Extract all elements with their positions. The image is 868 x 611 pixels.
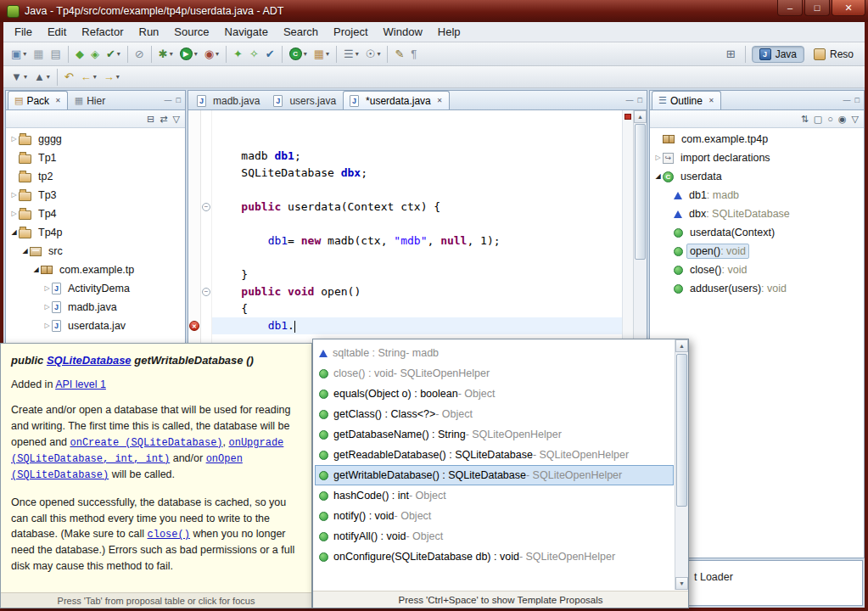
- outline-item[interactable]: adduser(users) : void: [650, 279, 864, 298]
- menu-run[interactable]: Run: [132, 22, 167, 42]
- perspective-java-button[interactable]: J Java: [752, 46, 804, 63]
- skip-breakpoints-button[interactable]: ⊘: [132, 45, 147, 64]
- project-tree-item[interactable]: ▷gggg: [6, 130, 185, 149]
- minimize-view-icon[interactable]: —: [165, 96, 172, 104]
- close-tab-icon[interactable]: ✕: [437, 97, 443, 104]
- completion-scrollbar[interactable]: ▲ ▼: [675, 339, 688, 590]
- maximize-view-icon[interactable]: □: [638, 96, 642, 104]
- maximize-view-icon[interactable]: □: [855, 96, 860, 104]
- scrollbar-thumb[interactable]: [676, 354, 687, 507]
- completion-item[interactable]: onConfigure(SQLiteDatabase db) : void - …: [315, 547, 674, 567]
- code-line[interactable]: public void open(): [212, 283, 622, 300]
- completion-item[interactable]: notifyAll() : void - Object: [315, 526, 674, 547]
- menu-refactor[interactable]: Refactor: [74, 22, 131, 42]
- code-line[interactable]: SQLiteDatabase dbx;: [212, 165, 622, 182]
- forward-button[interactable]: →▾: [101, 68, 122, 87]
- project-tree-item[interactable]: ▷Tp3: [6, 186, 185, 205]
- show-whitespace-button[interactable]: ¶: [408, 45, 419, 64]
- save-button[interactable]: ▦: [31, 45, 46, 64]
- code-line[interactable]: madb db1;: [212, 148, 622, 165]
- outline-item[interactable]: ▷↪import declarations: [650, 149, 864, 167]
- menu-window[interactable]: Window: [376, 22, 430, 42]
- maximize-button[interactable]: □: [804, 0, 830, 16]
- expanded-arrow-icon[interactable]: ◢: [653, 173, 663, 180]
- code-line[interactable]: }: [212, 266, 622, 283]
- code-line[interactable]: [212, 182, 622, 199]
- outline-item[interactable]: dbx : SQLiteDatabase: [650, 205, 864, 223]
- project-tree-item[interactable]: ▷Juserdata.jav: [6, 317, 185, 335]
- hide-non-public-icon[interactable]: ◉: [838, 115, 847, 124]
- expanded-arrow-icon[interactable]: ◢: [31, 266, 41, 273]
- tab-outline[interactable]: ☰ Outline ✕: [652, 91, 721, 109]
- mark-occurrences-button[interactable]: ✎: [392, 45, 406, 64]
- collapsed-arrow-icon[interactable]: ▷: [9, 136, 19, 143]
- lint-button[interactable]: ✔: [263, 45, 277, 64]
- outline-item[interactable]: ◢Cuserdata: [650, 167, 864, 186]
- completion-item[interactable]: getReadableDatabase() : SQLiteDatabase -…: [315, 445, 674, 465]
- scroll-up-icon[interactable]: ▲: [675, 339, 688, 352]
- error-overview-marker[interactable]: [624, 114, 631, 120]
- back-button[interactable]: ←▾: [78, 68, 99, 87]
- minimize-button[interactable]: –: [777, 0, 803, 16]
- new-button[interactable]: ▣▾: [8, 45, 29, 64]
- completion-item[interactable]: getWritableDatabase() : SQLiteDatabase -…: [315, 465, 674, 485]
- code-line[interactable]: public userdata(Context ctx) {: [212, 199, 622, 216]
- perspective-resource-button[interactable]: Reso: [807, 47, 860, 62]
- menu-navigate[interactable]: Navigate: [217, 22, 276, 42]
- search-button[interactable]: ☉▾: [363, 45, 384, 64]
- completion-item[interactable]: equals(Object o) : boolean - Object: [315, 384, 674, 404]
- scrollbar-thumb[interactable]: [635, 124, 646, 260]
- project-tree-item[interactable]: ▷Tp4: [6, 205, 185, 223]
- menu-search[interactable]: Search: [276, 22, 326, 42]
- collapse-all-icon[interactable]: ⊟: [147, 115, 154, 124]
- new-java-class-button[interactable]: C▾: [287, 45, 310, 64]
- view-menu-icon[interactable]: ▽: [852, 115, 859, 124]
- next-annotation-button[interactable]: ▼▾: [8, 68, 30, 87]
- open-task-button[interactable]: ☰▾: [341, 45, 361, 64]
- collapsed-arrow-icon[interactable]: ▷: [42, 322, 52, 329]
- last-edit-location-button[interactable]: ↶: [62, 68, 76, 87]
- previous-annotation-button[interactable]: ▲▾: [31, 68, 53, 87]
- menu-file[interactable]: File: [7, 22, 40, 42]
- collapsed-arrow-icon[interactable]: ▷: [9, 210, 19, 217]
- minimize-view-icon[interactable]: —: [626, 96, 634, 104]
- link-with-editor-icon[interactable]: ⇄: [160, 115, 167, 124]
- expanded-arrow-icon[interactable]: ◢: [9, 229, 19, 236]
- menu-help[interactable]: Help: [430, 22, 468, 42]
- open-perspective-button[interactable]: ⊞: [724, 45, 738, 64]
- javadoc-link[interactable]: API level 1: [55, 378, 106, 390]
- completion-item[interactable]: close() : void - SQLiteOpenHelper: [315, 363, 674, 384]
- code-line[interactable]: db1= new madb(ctx, "mdb", null, 1);: [212, 233, 622, 249]
- project-tree-item[interactable]: ▷JActivityDema: [6, 279, 185, 298]
- outline-item[interactable]: open() : void: [650, 242, 864, 261]
- menu-project[interactable]: Project: [326, 22, 375, 42]
- outline-item[interactable]: com.example.tp4p: [650, 130, 864, 149]
- javadoc-link[interactable]: close(): [148, 529, 190, 541]
- hide-static-members-icon[interactable]: ○: [827, 115, 833, 124]
- project-tree-item[interactable]: Tp1: [6, 149, 185, 167]
- outline-item[interactable]: close() : void: [650, 261, 864, 279]
- maximize-view-icon[interactable]: □: [176, 96, 181, 104]
- collapsed-arrow-icon[interactable]: ▷: [42, 285, 52, 292]
- print-button[interactable]: ▤: [48, 45, 64, 64]
- code-line[interactable]: {: [212, 300, 622, 317]
- close-button[interactable]: ✕: [832, 0, 865, 16]
- new-java-package-button[interactable]: ▦▾: [311, 45, 332, 64]
- editor-tab-usersjava[interactable]: Jusers.java: [266, 91, 343, 109]
- scroll-up-icon[interactable]: ▲: [634, 110, 647, 123]
- menu-edit[interactable]: Edit: [40, 22, 74, 42]
- view-menu-icon[interactable]: ▽: [173, 115, 180, 124]
- project-tree-item[interactable]: ◢src: [6, 242, 185, 261]
- run-button[interactable]: ▶▾: [177, 45, 200, 64]
- expanded-arrow-icon[interactable]: ◢: [20, 248, 30, 255]
- close-view-icon[interactable]: ✕: [708, 97, 714, 104]
- project-tree-item[interactable]: ▷Jmadb.java: [6, 298, 185, 317]
- new-android-test-project-button[interactable]: ◈: [88, 45, 102, 64]
- android-sdk-manager-button[interactable]: ✦: [231, 45, 245, 64]
- outline-item[interactable]: userdata(Context): [650, 223, 864, 242]
- javadoc-link[interactable]: onCreate (SQLiteDatabase): [70, 437, 223, 449]
- code-line[interactable]: [212, 131, 622, 148]
- tab-type-hierarchy[interactable]: ▦ Hier: [68, 91, 112, 109]
- collapsed-arrow-icon[interactable]: ▷: [9, 192, 19, 199]
- code-line[interactable]: [212, 249, 622, 266]
